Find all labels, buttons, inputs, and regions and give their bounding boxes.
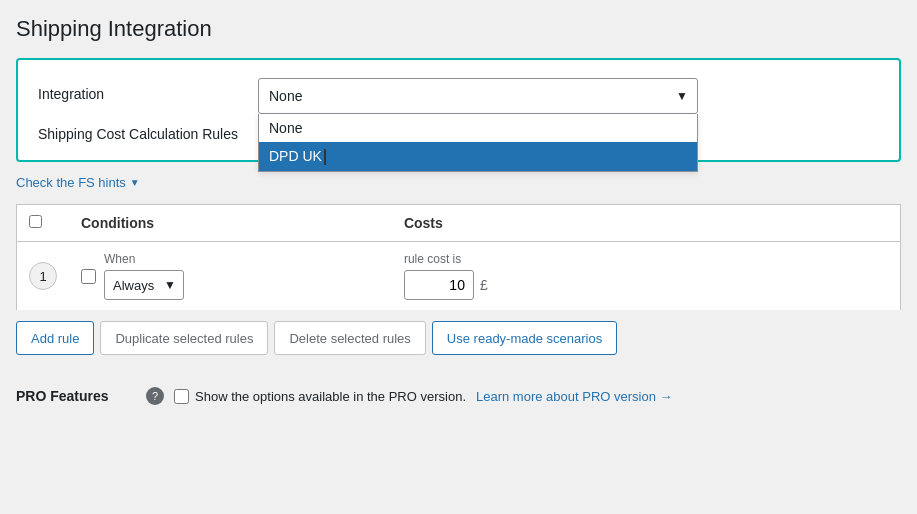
cost-input[interactable] [404, 270, 474, 300]
select-all-checkbox[interactable] [29, 215, 42, 228]
fs-hints-arrow-icon: ▼ [130, 177, 140, 188]
integration-select[interactable]: None [258, 78, 698, 114]
add-rule-button[interactable]: Add rule [16, 321, 94, 355]
integration-section: Integration None ▼ None DPD UK Shipping … [16, 58, 901, 162]
th-conditions: Conditions [69, 205, 392, 242]
when-label: When [104, 252, 184, 266]
cost-input-wrap: £ [404, 270, 888, 300]
pro-help-icon[interactable]: ? [146, 387, 164, 405]
condition-select[interactable]: Always [104, 270, 184, 300]
pro-checkbox[interactable] [174, 389, 189, 404]
table-body: 1 When Always ▼ [17, 242, 901, 311]
integration-row: Integration None ▼ None DPD UK [38, 78, 879, 114]
table-header: Conditions Costs [17, 205, 901, 242]
integration-label: Integration [38, 78, 258, 102]
rule-number: 1 [29, 262, 57, 290]
integration-dropdown[interactable]: None DPD UK [258, 114, 698, 172]
condition-select-wrap: Always ▼ [104, 270, 184, 300]
conditions-cell: When Always ▼ [69, 242, 392, 311]
condition-content: When Always ▼ [104, 252, 184, 300]
pro-checkbox-label: Show the options available in the PRO ve… [174, 389, 466, 404]
cost-currency: £ [480, 277, 488, 293]
rule-checkbox[interactable] [81, 269, 96, 284]
rule-number-cell: 1 [17, 242, 70, 311]
actions-row: Add rule Duplicate selected rules Delete… [16, 321, 901, 355]
dropdown-option-dpd[interactable]: DPD UK [259, 142, 697, 171]
shipping-cost-label: Shipping Cost Calculation Rules [38, 126, 258, 142]
integration-select-wrapper: None ▼ None DPD UK [258, 78, 698, 114]
th-costs: Costs [392, 205, 901, 242]
duplicate-rules-button[interactable]: Duplicate selected rules [100, 321, 268, 355]
rules-table: Conditions Costs 1 When Always [16, 204, 901, 311]
cost-cell: rule cost is £ [392, 242, 901, 311]
integration-control: None ▼ None DPD UK [258, 78, 879, 114]
pro-features-row: PRO Features ? Show the options availabl… [16, 375, 901, 405]
fs-hints-link[interactable]: Check the FS hints ▼ [16, 175, 140, 190]
pro-checkbox-text: Show the options available in the PRO ve… [195, 389, 466, 404]
use-scenarios-button[interactable]: Use ready-made scenarios [432, 321, 617, 355]
fs-hints-text: Check the FS hints [16, 175, 126, 190]
pro-features-label: PRO Features [16, 388, 136, 404]
dropdown-option-none[interactable]: None [259, 114, 697, 142]
page-title: Shipping Integration [16, 16, 901, 42]
delete-rules-button[interactable]: Delete selected rules [274, 321, 425, 355]
rule-cost-label: rule cost is [404, 252, 888, 266]
pro-learn-more-link[interactable]: Learn more about PRO version → [476, 389, 673, 404]
table-row: 1 When Always ▼ [17, 242, 901, 311]
th-checkbox [17, 205, 70, 242]
